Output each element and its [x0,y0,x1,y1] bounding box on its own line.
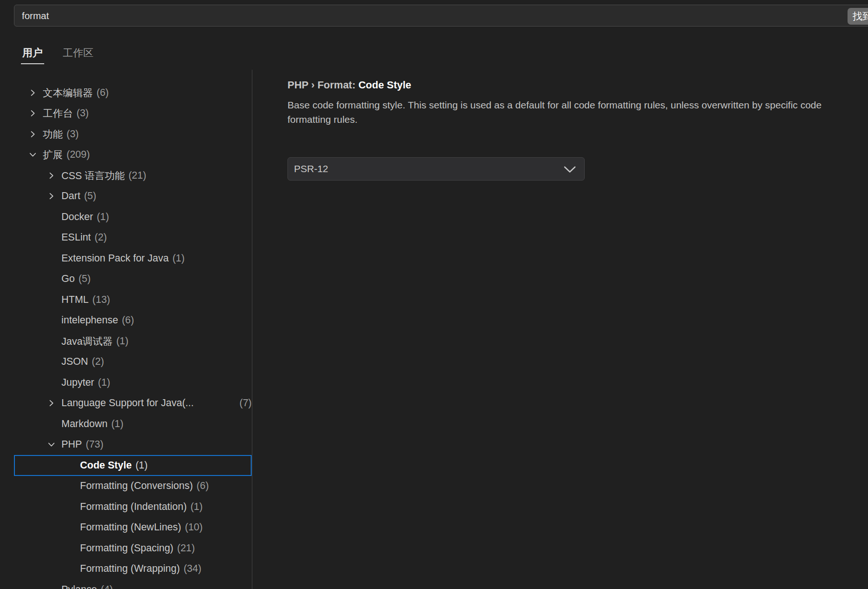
chevron-right-icon[interactable] [24,88,43,97]
setting-value-dropdown[interactable]: PSR-12 [287,157,585,181]
tree-item-label: Formatting (Conversions) [80,480,193,492]
tree-item[interactable]: Dart (5) [14,186,252,207]
tree-item[interactable]: Pylance (4) [14,579,252,589]
tree-item-label: Language Support for Java(... [61,397,236,409]
chevron-down-icon[interactable] [24,150,43,160]
twisty-spacer [43,585,61,589]
tree-item[interactable]: Formatting (Spacing) (21) [14,538,252,559]
setting-title-category: PHP › Format: [287,79,358,91]
twisty-spacer [61,482,80,491]
tree-item-label: PHP [61,439,82,450]
tree-item[interactable]: CSS 语言功能 (21) [14,165,252,186]
tree-item[interactable]: 扩展 (209) [14,145,252,166]
tree-item-count: (209) [67,149,90,161]
tree-item-label: Formatting (Wrapping) [80,563,180,575]
tree-item-count: (1) [190,501,202,513]
tree-item-label: Code Style [80,460,132,471]
tree-item-label: ESLint [61,232,91,243]
tree-item[interactable]: Java调试器 (1) [14,331,252,352]
tree-item[interactable]: Markdown (1) [14,414,252,435]
tree-item-count: (73) [86,439,103,450]
twisty-spacer [61,502,80,511]
tree-item-label: 工作台 [43,107,73,120]
twisty-spacer [43,274,61,284]
tree-item-count: (21) [177,542,195,554]
tree-item-count: (3) [77,107,89,119]
tree-item[interactable]: Extension Pack for Java (1) [14,248,252,269]
chevron-right-icon[interactable] [24,109,43,118]
twisty-spacer [43,336,61,346]
twisty-spacer [43,316,61,325]
tree-item-label: Docker [61,211,93,223]
tree-item-count: (1) [111,418,123,430]
chevron-down-icon [564,166,576,173]
tree-item-count: (4) [101,584,113,589]
results-count-badge: 找到 [848,8,868,25]
tree-item-count: (6) [197,480,209,492]
tree-item-label: Markdown [61,418,107,430]
chevron-right-icon[interactable] [43,192,61,201]
tree-item-label: Formatting (Spacing) [80,542,174,554]
settings-editor: 找到 用户 工作区 文本编辑器 (6) 工作台 (3) 功能 (3) 扩展 (2… [0,0,868,589]
twisty-spacer [61,461,80,470]
tree-item-count: (34) [184,563,201,575]
tree-item[interactable]: HTML (13) [14,289,252,310]
chevron-right-icon[interactable] [24,129,43,139]
tree-item-label: Dart [61,190,80,202]
twisty-spacer [43,357,61,367]
tab-user[interactable]: 用户 [21,43,44,64]
tree-item[interactable]: Language Support for Java(... (7) [14,393,252,414]
tree-item[interactable]: Go (5) [14,269,252,290]
tree-item-label: Jupyter [61,377,94,388]
tree-item[interactable]: Formatting (Wrapping) (34) [14,559,252,580]
twisty-spacer [61,523,80,532]
tree-item-label: Java调试器 [61,335,113,348]
tab-workspace[interactable]: 工作区 [61,43,95,63]
tree-item-label: Formatting (NewLines) [80,522,181,533]
tree-item-label: Go [61,273,75,285]
twisty-spacer [61,564,80,574]
twisty-spacer [43,295,61,304]
chevron-down-icon[interactable] [43,440,61,449]
tree-item-count: (1) [173,253,185,264]
tree-item-label: intelephense [61,315,118,326]
tree-item-count: (6) [122,315,134,326]
twisty-spacer [43,212,61,221]
tree-item-label: JSON [61,356,88,368]
setting-title-label: Code Style [358,79,411,91]
dropdown-selected-value: PSR-12 [294,163,328,174]
tree-item[interactable]: Jupyter (1) [14,372,252,393]
tree-item-count: (6) [97,87,109,99]
tree-item[interactable]: Docker (1) [14,207,252,228]
tree-item[interactable]: JSON (2) [14,352,252,373]
twisty-spacer [43,233,61,242]
tree-item[interactable]: 工作台 (3) [14,103,252,124]
twisty-spacer [61,543,80,553]
tree-item-count: (1) [97,211,109,223]
tree-item[interactable]: Code Style (1) [14,455,252,476]
tree-item-count: (2) [92,356,104,368]
chevron-right-icon[interactable] [43,399,61,408]
tree-item-label: Pylance [61,584,97,589]
tree-item-label: 功能 [43,127,63,141]
tree-item[interactable]: Formatting (Conversions) (6) [14,476,252,497]
twisty-spacer [43,254,61,263]
tree-item[interactable]: Formatting (NewLines) (10) [14,517,252,538]
tree-item[interactable]: intelephense (6) [14,310,252,331]
settings-tree: 文本编辑器 (6) 工作台 (3) 功能 (3) 扩展 (209) CSS 语言… [14,82,252,589]
tree-item-count: (3) [67,128,79,140]
chevron-right-icon[interactable] [43,171,61,180]
tree-item[interactable]: PHP (73) [14,435,252,455]
tree-item-count: (1) [135,460,147,471]
tree-item[interactable]: 功能 (3) [14,124,252,145]
setting-title: PHP › Format: Code Style [287,79,411,91]
tree-item-count: (5) [79,273,91,285]
tree-item[interactable]: Formatting (Indentation) (1) [14,496,252,517]
tree-item-count: (1) [98,377,110,388]
tree-item[interactable]: ESLint (2) [14,228,252,248]
settings-search-input[interactable] [14,5,868,27]
tree-item-label: Formatting (Indentation) [80,501,187,513]
tree-item[interactable]: 文本编辑器 (6) [14,82,252,103]
vertical-splitter[interactable] [252,70,253,589]
tree-item-count: (13) [93,294,110,306]
